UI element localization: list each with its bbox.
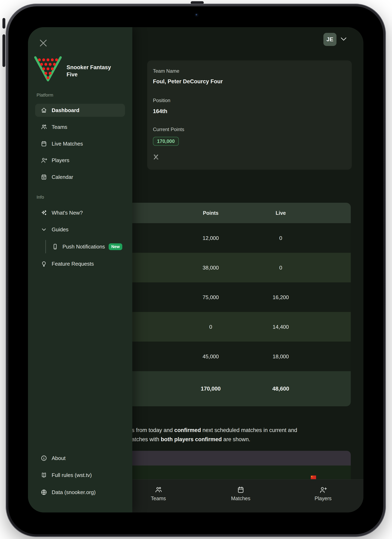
sidebar-item-guides[interactable]: Guides xyxy=(35,223,125,236)
lightbulb-icon xyxy=(41,260,47,267)
user-plus-icon xyxy=(319,486,327,494)
app-title: Snooker Fantasy Five xyxy=(67,64,118,78)
sidebar-item-about[interactable]: About xyxy=(35,452,125,465)
sidebar-item-label: Dashboard xyxy=(52,107,79,114)
front-camera xyxy=(194,13,199,17)
calendar-icon xyxy=(237,486,245,494)
volume-down-button[interactable] xyxy=(2,34,5,67)
calendar-icon xyxy=(41,140,47,147)
china-flag-icon xyxy=(311,476,316,479)
info-text-segment: are shown. xyxy=(222,436,250,443)
info-text-segment: s from today and xyxy=(132,427,174,433)
team-summary-card: Team Name Foul, Peter DeCourcy Four Posi… xyxy=(147,60,352,170)
current-points-label: Current Points xyxy=(153,127,184,132)
sidebar-item-teams[interactable]: Teams xyxy=(35,120,125,134)
column-header-points: Points xyxy=(181,210,240,216)
position-value: 164th xyxy=(153,108,167,115)
cell-live: 14,400 xyxy=(252,324,309,330)
tab-label: Players xyxy=(315,496,332,501)
sidebar-item-label: Teams xyxy=(52,124,67,130)
sidebar-item-label: Data (snooker.org) xyxy=(52,489,96,496)
sidebar-item-label: What's New? xyxy=(52,210,83,216)
sidebar-item-label: Full rules (wst.tv) xyxy=(52,472,92,478)
sidebar-item-label: Calendar xyxy=(52,174,73,180)
cell-points: 0 xyxy=(181,324,240,330)
sidebar-item-full-rules[interactable]: Full rules (wst.tv) xyxy=(35,469,125,482)
tab-matches[interactable]: Matches xyxy=(199,480,282,508)
chevron-down-icon xyxy=(41,226,47,233)
cell-live: 0 xyxy=(252,265,309,271)
sidebar-item-label: Live Matches xyxy=(52,141,83,147)
team-name-label: Team Name xyxy=(153,68,179,74)
info-text-segment: atches with xyxy=(132,436,161,443)
info-text-segment: next scheduled matches in current and xyxy=(201,427,297,433)
cell-live: 0 xyxy=(252,235,309,241)
column-header-live: Live xyxy=(252,210,309,216)
tab-label: Teams xyxy=(151,496,166,501)
users-icon xyxy=(41,124,47,130)
info-text-bold: confirmed xyxy=(174,427,201,433)
sidebar-item-label: Feature Requests xyxy=(52,261,94,267)
sidebar-item-whats-new[interactable]: What's New? xyxy=(35,206,125,219)
book-icon xyxy=(41,472,47,478)
globe-icon xyxy=(41,489,47,496)
info-text-bold: both players confirmed xyxy=(161,436,222,443)
cell-live: 18,000 xyxy=(252,353,309,360)
sparkles-icon xyxy=(41,209,47,216)
tab-label: Matches xyxy=(231,496,250,501)
info-circle-icon xyxy=(41,455,47,462)
cell-live: 16,200 xyxy=(252,294,309,300)
user-plus-icon xyxy=(41,157,47,164)
cell-points: 75,000 xyxy=(181,294,240,300)
cell-points: 38,000 xyxy=(181,265,240,271)
cell-points: 12,000 xyxy=(181,235,240,241)
team-name-value: Foul, Peter DeCourcy Four xyxy=(153,78,223,85)
sidebar-item-label: About xyxy=(52,455,66,462)
x-twitter-icon[interactable] xyxy=(153,154,159,160)
new-badge: New xyxy=(109,243,122,250)
sidebar-item-feature-requests[interactable]: Feature Requests xyxy=(35,257,125,270)
avatar[interactable]: JE xyxy=(323,33,336,46)
chevron-down-icon[interactable] xyxy=(341,37,346,41)
phone-icon xyxy=(52,243,58,250)
sidebar-item-calendar[interactable]: Calendar xyxy=(35,170,125,183)
cell-points: 45,000 xyxy=(181,353,240,360)
sidebar-item-label: Players xyxy=(52,157,69,164)
home-icon xyxy=(41,107,47,114)
total-live: 48,600 xyxy=(252,386,309,392)
calendar-stats-icon xyxy=(41,174,47,180)
matches-info-text: s from today and confirmed next schedule… xyxy=(132,426,328,444)
sidebar-item-label: Push Notifications xyxy=(63,244,105,250)
sidebar-item-data-source[interactable]: Data (snooker.org) xyxy=(35,486,125,499)
current-points-badge: 170,000 xyxy=(153,137,179,146)
navigation-drawer: Snooker Fantasy Five Platform Dashboard … xyxy=(28,27,132,512)
section-label-platform: Platform xyxy=(37,92,53,98)
users-icon xyxy=(155,486,162,494)
app-screen: JE Team Name Foul, Peter DeCourcy Four P… xyxy=(28,27,363,512)
volume-up-button[interactable] xyxy=(2,18,5,29)
total-points: 170,000 xyxy=(181,386,240,392)
sidebar-item-players[interactable]: Players xyxy=(35,154,125,167)
position-label: Position xyxy=(153,98,170,103)
close-icon[interactable] xyxy=(39,38,48,48)
sidebar-item-dashboard[interactable]: Dashboard xyxy=(35,104,125,117)
sidebar-item-live-matches[interactable]: Live Matches xyxy=(35,137,125,150)
section-label-info: Info xyxy=(37,195,44,200)
tab-players[interactable]: Players xyxy=(282,480,363,508)
sidebar-item-label: Guides xyxy=(52,226,68,233)
sidebar-item-push-notifications[interactable]: Push Notifications New xyxy=(35,240,125,253)
app-logo xyxy=(34,56,62,82)
